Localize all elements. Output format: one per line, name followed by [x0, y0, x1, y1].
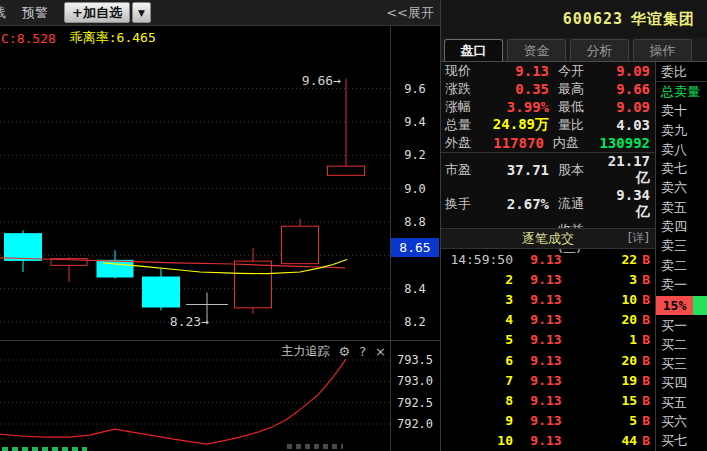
- tracker-axis-label: 792.5: [391, 396, 439, 410]
- tracker-axis-label: 793.5: [391, 353, 439, 367]
- tick-time: 14:59:50: [441, 252, 513, 267]
- price-axis-label: 9.6: [391, 82, 439, 96]
- quote-label: 涨幅: [441, 98, 487, 116]
- stock-name: 华谊集团: [631, 10, 695, 29]
- tick-volume-wrap: 3B: [579, 272, 655, 287]
- price-axis-label: 9.2: [391, 148, 439, 162]
- quote-label: 现价: [441, 62, 487, 80]
- side-label-买六: 买六: [656, 412, 707, 431]
- tick-buy-flag: B: [642, 252, 650, 267]
- tick-detail-link[interactable]: [详]: [628, 230, 649, 247]
- tracker-title: 主力追踪: [282, 343, 330, 360]
- tick-time: 8: [441, 393, 513, 408]
- svg-text:9.66→: 9.66→: [302, 73, 341, 88]
- clipped-text-sliver: [2, 447, 87, 451]
- close-icon[interactable]: ×: [375, 344, 386, 359]
- tick-volume: 19: [622, 373, 638, 388]
- quote-label: 最低: [549, 98, 607, 116]
- tick-price: 9.13: [513, 353, 579, 368]
- quote-row: 总量24.89万量比4.03: [441, 116, 655, 134]
- tick-buy-flag: B: [642, 393, 650, 408]
- side-label-委比: 委比: [656, 62, 707, 82]
- order-ratio-green-bar: [693, 296, 707, 315]
- quote-value: 37.71: [487, 162, 549, 178]
- tick-volume-wrap: 5B: [579, 413, 655, 428]
- add-watchlist-button[interactable]: +加自选: [64, 2, 130, 23]
- tab-资金[interactable]: 资金: [507, 39, 566, 61]
- tracker-header: 主力追踪 ⚙ ? ×: [0, 343, 386, 360]
- chevron-down-icon: ▼: [138, 8, 145, 18]
- side-label-卖四: 卖四: [656, 217, 707, 236]
- tick-price: 9.13: [513, 272, 579, 287]
- alert-button[interactable]: 预警: [22, 4, 48, 22]
- stock-code: 600623: [563, 10, 623, 28]
- side-label-买一: 买一: [656, 316, 707, 335]
- tick-row[interactable]: 109.1344B: [441, 431, 655, 451]
- tick-volume-wrap: 20B: [579, 312, 655, 327]
- tick-row[interactable]: 49.1320B: [441, 310, 655, 330]
- tick-time: 5: [441, 332, 513, 347]
- tick-price: 9.13: [513, 413, 579, 428]
- tick-volume-wrap: 44B: [579, 433, 655, 448]
- tab-盘口[interactable]: 盘口: [444, 39, 503, 61]
- tick-row[interactable]: 59.131B: [441, 330, 655, 350]
- kline-chart[interactable]: 9.66→8.23→: [0, 50, 390, 340]
- gear-icon[interactable]: ⚙: [339, 344, 351, 359]
- quote-row: 换手2.67%流通9.34亿: [441, 187, 655, 221]
- toolbar: 线 预警 +加自选 ▼ <<展开: [0, 0, 440, 26]
- indicator-bias-value: 乖离率:6.465: [70, 29, 156, 47]
- quote-label: 量比: [549, 116, 607, 134]
- quote-value: 24.89万: [487, 116, 549, 134]
- tick-volume-wrap: 1B: [579, 332, 655, 347]
- quote-label: 流通: [549, 195, 607, 213]
- side-label-卖十: 卖十: [656, 102, 707, 121]
- quote-value: 2.67%: [487, 196, 549, 212]
- tick-buy-flag: B: [642, 373, 650, 388]
- tick-volume: 15: [622, 393, 638, 408]
- tick-row[interactable]: 99.135B: [441, 411, 655, 431]
- tick-time: 9: [441, 413, 513, 428]
- tick-price: 9.13: [513, 332, 579, 347]
- tick-price: 9.13: [513, 292, 579, 307]
- tick-volume-wrap: 15B: [579, 393, 655, 408]
- side-label-卖三: 卖三: [656, 237, 707, 256]
- add-watchlist-dropdown[interactable]: ▼: [132, 2, 151, 23]
- tab-分析[interactable]: 分析: [570, 39, 629, 61]
- help-icon[interactable]: ?: [359, 344, 366, 359]
- side-label-买二: 买二: [656, 335, 707, 354]
- expand-button[interactable]: <<展开: [386, 4, 434, 22]
- side-label-卖一: 卖一: [656, 275, 707, 294]
- quote-label: 内盘: [544, 134, 600, 152]
- tick-buy-flag: B: [642, 272, 650, 287]
- quote-value: 9.66: [607, 81, 655, 97]
- tick-row[interactable]: 39.1310B: [441, 289, 655, 309]
- tick-volume: 10: [622, 292, 638, 307]
- quote-label: 换手: [441, 195, 487, 213]
- tab-操作[interactable]: 操作: [633, 39, 692, 61]
- tick-row[interactable]: 79.1319B: [441, 370, 655, 390]
- side-label-买三: 买三: [656, 354, 707, 373]
- quote-value: 117870: [485, 135, 544, 151]
- tick-buy-flag: B: [642, 353, 650, 368]
- tick-price: 9.13: [513, 252, 579, 267]
- tick-row[interactable]: 89.1315B: [441, 390, 655, 410]
- quote-value: 9.09: [607, 63, 655, 79]
- order-book-label-column: 委比总卖量卖十卖九卖八卖七卖六卖五卖四卖三卖二卖一15%买一买二买三买四买五买六…: [656, 62, 707, 451]
- tick-time: 7: [441, 373, 513, 388]
- stock-title-bar: 600623 华谊集团: [441, 0, 707, 38]
- quote-value: 130992: [599, 135, 655, 151]
- toolbar-clipped-label: 线: [0, 4, 6, 22]
- tick-time: 6: [441, 353, 513, 368]
- tick-row[interactable]: 69.1320B: [441, 350, 655, 370]
- tick-row[interactable]: 29.133B: [441, 269, 655, 289]
- clipped-text-sliver: [287, 444, 343, 449]
- price-axis-label: 8.8: [391, 215, 439, 229]
- indicator-row: C:8.528 乖离率:6.465: [0, 27, 440, 49]
- quote-row: 外盘117870内盘130992: [441, 134, 655, 153]
- tick-volume: 1: [629, 332, 637, 347]
- quote-value: 9.13: [487, 63, 549, 79]
- tick-buy-flag: B: [642, 332, 650, 347]
- tick-row[interactable]: 14:59:509.1322B: [441, 249, 655, 269]
- tick-volume: 20: [622, 353, 638, 368]
- price-axis-label: 9.4: [391, 115, 439, 129]
